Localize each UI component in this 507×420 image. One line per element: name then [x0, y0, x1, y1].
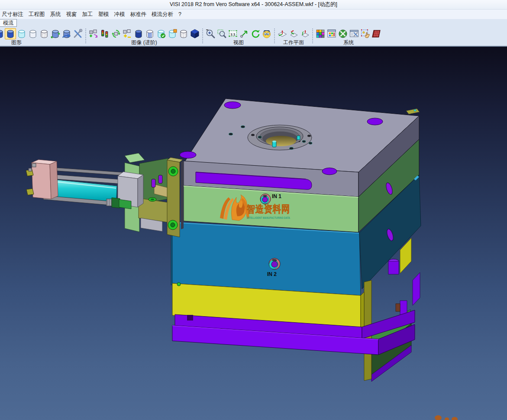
window-colors-icon[interactable] — [326, 28, 337, 39]
settings-sphere-icon[interactable] — [337, 28, 349, 39]
toolbar-separator — [202, 29, 203, 44]
cylinder-white-icon[interactable] — [27, 28, 39, 39]
menu-item-7[interactable]: 标准件 — [128, 10, 149, 19]
menu-item-1[interactable]: 工程图 — [26, 10, 48, 19]
support-pillar — [388, 261, 399, 274]
3d-viewport[interactable]: 智造资料网 INTELLIGENT MANUFACTURING DATA IN … — [0, 47, 507, 420]
menu-item-4[interactable]: 加工 — [80, 10, 96, 19]
cylinder-blue-icon[interactable] — [5, 28, 16, 39]
toolbar-group-label: 工作平面 — [277, 39, 310, 46]
cylinder-blue-partial-icon[interactable] — [0, 28, 5, 39]
watermark-partial-bottom — [435, 415, 458, 420]
toolbar-group-3: 工作平面 — [277, 28, 310, 46]
watermark-text: 智造资料网 — [246, 203, 290, 215]
cylinder-redo-icon[interactable] — [61, 28, 72, 39]
cylinder-solid-icon[interactable] — [133, 28, 144, 39]
app-window: { "title_bar": { "title": "VISI 2018 R2 … — [0, 0, 507, 420]
toolbar-group-label: 图形 — [0, 39, 84, 46]
toolbar-group-1: 图像 (进阶) — [88, 28, 200, 46]
corner-hole — [322, 168, 337, 175]
cad-scene[interactable]: 智造资料网 INTELLIGENT MANUFACTURING DATA IN … — [0, 47, 507, 420]
mold-assembly[interactable] — [171, 99, 421, 382]
menu-item-8[interactable]: 模流分析 — [149, 10, 176, 19]
toolbar-group-0: 图形 — [0, 28, 84, 46]
toolbar-separator — [274, 29, 275, 44]
traffic-light-icon[interactable] — [99, 28, 110, 39]
toolbar-group-2: 1:1视图 — [205, 28, 272, 46]
toolbar-group-label: 图像 (进阶) — [88, 39, 200, 46]
toolbar-group-label: 系统 — [315, 39, 382, 46]
hex-nut — [26, 189, 34, 195]
toolbar-group-4: 系统 — [315, 28, 382, 46]
color-palette-icon[interactable] — [315, 28, 326, 39]
bracket-slot — [152, 179, 155, 187]
cylinder-cyan-icon[interactable] — [16, 28, 27, 39]
cylinder-wire2-icon[interactable] — [178, 28, 189, 39]
solids-add-icon[interactable] — [88, 28, 99, 39]
solid-refresh-icon[interactable] — [110, 28, 122, 39]
svg-text:1:1: 1:1 — [230, 32, 236, 36]
toolbar: 图形图像 (进阶)1:1视图工作平面系统 — [0, 27, 507, 47]
cylinder-rear-flange — [26, 160, 58, 199]
cylinder-check-icon[interactable] — [155, 28, 167, 39]
solids-plusminus-icon[interactable] — [122, 28, 133, 39]
menu-item-3[interactable]: 视窗 — [64, 10, 80, 19]
locating-ring — [248, 125, 312, 150]
dynamic-view-icon[interactable] — [261, 28, 272, 39]
window-title: VISI 2018 R2 from Vero Software x64 - 30… — [170, 1, 337, 8]
window-tools-icon[interactable] — [349, 28, 360, 39]
menu-item-6[interactable]: 冲模 — [112, 10, 128, 19]
menu-item-0[interactable]: 尺寸标注 — [0, 10, 26, 19]
corner-hole — [180, 151, 196, 158]
corner-tab — [406, 109, 420, 114]
cylinder-sync-icon[interactable] — [50, 28, 61, 39]
toolbar-group-label: 视图 — [205, 39, 272, 46]
menu-item-2[interactable]: 系统 — [48, 10, 64, 19]
tools-wrench-icon[interactable] — [72, 28, 84, 39]
cylinder-tag-icon[interactable] — [167, 28, 178, 39]
workplane-xyz-icon[interactable] — [277, 28, 288, 39]
workplane-move-icon[interactable] — [288, 28, 299, 39]
cylinder-wireframe-icon[interactable] — [39, 28, 50, 39]
tab-row: 模流 — [0, 19, 507, 27]
bracket-slot — [158, 175, 162, 183]
view-refresh-icon[interactable] — [250, 28, 261, 39]
in1-label: IN 1 — [272, 193, 281, 199]
title-bar: VISI 2018 R2 from Vero Software x64 - 30… — [0, 0, 507, 10]
zoom-plusminus-icon[interactable] — [205, 28, 216, 39]
menu-item-9[interactable]: ? — [176, 10, 184, 18]
cube-shaded-icon[interactable] — [189, 28, 200, 39]
tab-moldflow[interactable]: 模流 — [0, 19, 17, 27]
menu-bar: 尺寸标注工程图系统视窗加工塑模冲模标准件模流分析? — [0, 10, 507, 19]
toolbar-separator — [85, 29, 86, 44]
screw-dot — [177, 282, 181, 286]
menu-item-5[interactable]: 塑模 — [96, 10, 112, 19]
cylinder-striped-icon[interactable] — [144, 28, 155, 39]
pan-arrow-icon[interactable] — [239, 28, 250, 39]
hydraulic-cylinder[interactable] — [26, 153, 184, 237]
corner-hole — [224, 102, 241, 109]
zoom-window-icon[interactable] — [216, 28, 227, 39]
select-hand-icon[interactable] — [360, 28, 371, 39]
corner-hole — [367, 118, 383, 125]
toolbar-separator — [312, 29, 313, 44]
watermark-subtitle: INTELLIGENT MANUFACTURING DATA — [247, 216, 290, 220]
in2-label: IN 2 — [267, 271, 277, 277]
zoom-actual-icon[interactable]: 1:1 — [227, 28, 239, 39]
workplane-rotate-icon[interactable] — [299, 28, 310, 39]
grid-calc-icon[interactable] — [371, 28, 382, 39]
